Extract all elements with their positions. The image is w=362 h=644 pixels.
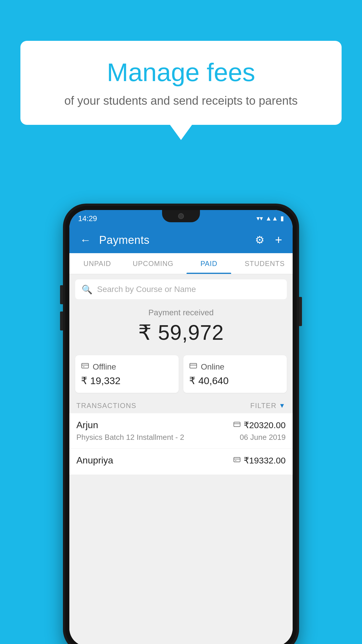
tabs-bar: UNPAID UPCOMING PAID STUDENTS — [69, 253, 293, 274]
svg-rect-5 — [234, 422, 240, 426]
transaction-amount: ₹20320.00 — [244, 420, 286, 430]
table-row[interactable]: Arjun ₹20320.00 — [69, 413, 293, 449]
filter-icon: ▼ — [279, 402, 286, 410]
speech-bubble: Manage fees of your students and send re… — [20, 41, 342, 125]
tab-unpaid[interactable]: UNPAID — [69, 253, 125, 274]
phone-frame: 14:29 ▾▾ ▲▲ ▮ ← Payments ⚙ + UNPAID — [63, 204, 299, 644]
svg-rect-3 — [190, 363, 196, 368]
status-time: 14:29 — [78, 214, 97, 223]
course-info: Physics Batch 12 Installment - 2 — [76, 433, 184, 442]
phone-screen: 14:29 ▾▾ ▲▲ ▮ ← Payments ⚙ + UNPAID — [69, 210, 293, 644]
filter-button[interactable]: FILTER ▼ — [250, 402, 286, 410]
tab-paid[interactable]: PAID — [181, 253, 237, 274]
transaction-list: Arjun ₹20320.00 — [69, 413, 293, 475]
transaction-amount: ₹19332.00 — [244, 455, 286, 466]
settings-icon[interactable]: ⚙ — [253, 232, 267, 249]
online-label: Online — [201, 362, 224, 372]
payment-cards: Offline ₹ 19,332 Online — [69, 351, 293, 398]
battery-icon: ▮ — [280, 215, 284, 222]
amount-right: ₹20320.00 — [233, 420, 286, 430]
payment-summary: Payment received ₹ 59,972 — [69, 299, 293, 351]
page-title: Payments — [99, 234, 247, 246]
status-icons: ▾▾ ▲▲ ▮ — [256, 215, 284, 222]
speech-bubble-title: Manage fees — [38, 58, 324, 87]
payment-received-label: Payment received — [75, 308, 287, 317]
power-button[interactable] — [299, 297, 302, 326]
tab-students[interactable]: STUDENTS — [237, 253, 293, 274]
online-payment-icon — [233, 421, 241, 430]
transactions-label: TRANSACTIONS — [76, 402, 136, 410]
offline-payment-card: Offline ₹ 19,332 — [75, 355, 179, 393]
speech-bubble-subtitle: of your students and send receipts to pa… — [38, 92, 324, 109]
wifi-icon: ▾▾ — [256, 215, 263, 222]
phone-inner: 14:29 ▾▾ ▲▲ ▮ ← Payments ⚙ + UNPAID — [65, 206, 297, 644]
transactions-header: TRANSACTIONS FILTER ▼ — [69, 398, 293, 413]
svg-rect-0 — [82, 363, 88, 368]
amount-right: ₹19332.00 — [233, 455, 286, 466]
add-button[interactable]: + — [273, 231, 284, 249]
search-placeholder: Search by Course or Name — [97, 285, 196, 294]
notch — [162, 210, 200, 222]
svg-rect-7 — [234, 457, 240, 462]
student-name: Arjun — [76, 420, 98, 430]
online-icon — [189, 362, 197, 372]
search-icon: 🔍 — [82, 284, 92, 295]
tab-upcoming[interactable]: UPCOMING — [125, 253, 181, 274]
back-button[interactable]: ← — [78, 232, 93, 249]
speech-bubble-container: Manage fees of your students and send re… — [20, 41, 342, 125]
date-info: 06 June 2019 — [240, 433, 286, 442]
volume-up-button[interactable] — [60, 285, 63, 304]
offline-label: Offline — [93, 362, 116, 372]
student-name: Anupriya — [76, 455, 113, 466]
offline-icon — [81, 362, 89, 372]
app-header: ← Payments ⚙ + — [69, 227, 293, 253]
content-area: 🔍 Search by Course or Name Payment recei… — [69, 274, 293, 644]
volume-down-button[interactable] — [60, 312, 63, 330]
camera — [178, 213, 184, 219]
search-bar[interactable]: 🔍 Search by Course or Name — [75, 279, 287, 299]
online-payment-card: Online ₹ 40,640 — [183, 355, 287, 393]
payment-total-amount: ₹ 59,972 — [75, 320, 287, 345]
signal-icon: ▲▲ — [265, 215, 278, 222]
offline-amount: ₹ 19,332 — [81, 375, 173, 386]
offline-payment-icon — [233, 456, 241, 465]
online-amount: ₹ 40,640 — [189, 375, 281, 386]
table-row[interactable]: Anupriya ₹19332.00 — [69, 449, 293, 475]
